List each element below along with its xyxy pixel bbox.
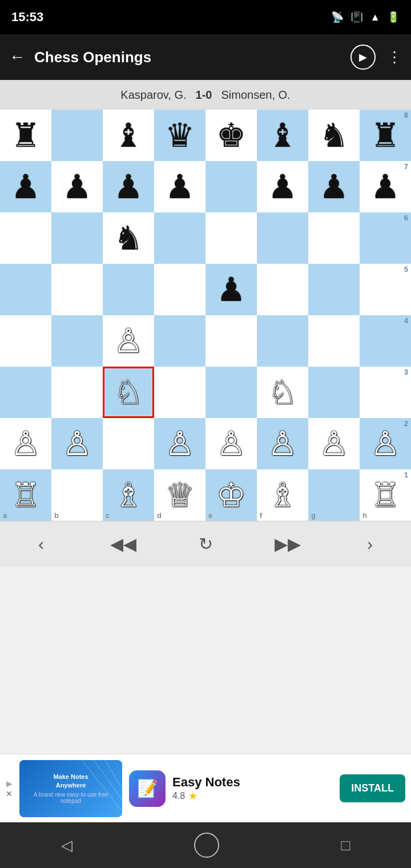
- ad-install-button[interactable]: INSTALL: [340, 774, 405, 802]
- board-cell[interactable]: ♟: [257, 161, 308, 212]
- chess-piece: ♙: [319, 427, 349, 460]
- board-cell[interactable]: [103, 418, 154, 469]
- close-icon: ✕: [6, 789, 13, 798]
- prev-button[interactable]: ◀◀: [100, 527, 146, 561]
- ad-close-button[interactable]: ▶ ✕: [6, 779, 13, 798]
- page-title: Chess Openings: [34, 49, 341, 66]
- board-cell[interactable]: ♗f: [257, 469, 308, 521]
- board-cell[interactable]: 6: [360, 212, 411, 264]
- board-cell[interactable]: ♗c: [103, 469, 154, 521]
- board-cell[interactable]: [51, 212, 103, 264]
- chess-piece: ♟: [216, 273, 246, 306]
- board-cell[interactable]: ♛: [154, 110, 206, 161]
- board-cell[interactable]: [308, 264, 360, 315]
- board-cell[interactable]: 4: [360, 315, 411, 367]
- board-cell[interactable]: ♖1h: [360, 469, 411, 521]
- board-cell[interactable]: ♖a: [0, 469, 51, 521]
- board-cell[interactable]: [308, 212, 360, 264]
- board-cell[interactable]: ♙: [206, 418, 257, 469]
- sys-recents-button[interactable]: □: [341, 837, 350, 854]
- sys-back-button[interactable]: ◁: [61, 837, 72, 854]
- board-cell[interactable]: ♟: [308, 161, 360, 212]
- board-cell[interactable]: ♙: [51, 418, 103, 469]
- board-cell[interactable]: ♟: [0, 161, 51, 212]
- chess-piece: ♛: [165, 119, 195, 152]
- board-cell[interactable]: b: [51, 469, 103, 521]
- board-cell[interactable]: ♜: [0, 110, 51, 161]
- board-cell[interactable]: 5: [360, 264, 411, 315]
- board-cell[interactable]: ♚: [206, 110, 257, 161]
- board-cell[interactable]: ♙: [257, 418, 308, 469]
- board-cell[interactable]: [308, 367, 360, 418]
- board-cell[interactable]: [0, 315, 51, 367]
- board-cell[interactable]: ♝: [257, 110, 308, 161]
- board-cell[interactable]: ♟: [51, 161, 103, 212]
- board-cell[interactable]: ♟: [154, 161, 206, 212]
- play-button[interactable]: ▶: [350, 45, 376, 70]
- board-cell[interactable]: [257, 264, 308, 315]
- board-cell[interactable]: ♔e: [206, 469, 257, 521]
- board-cell[interactable]: ♘: [103, 367, 154, 418]
- board-cell[interactable]: ♘: [257, 367, 308, 418]
- board-cell[interactable]: ♕d: [154, 469, 206, 521]
- board-cell[interactable]: [154, 367, 206, 418]
- board-cell[interactable]: ♟: [206, 264, 257, 315]
- refresh-button[interactable]: ↻: [183, 527, 228, 561]
- board-cell[interactable]: [154, 315, 206, 367]
- board-cell[interactable]: ♙: [154, 418, 206, 469]
- chess-piece: ♟: [165, 170, 195, 203]
- board-cell[interactable]: g: [308, 469, 360, 521]
- board-cell[interactable]: [206, 367, 257, 418]
- file-label: c: [106, 511, 110, 520]
- board-cell[interactable]: [257, 315, 308, 367]
- board-cell[interactable]: ♙2: [360, 418, 411, 469]
- chess-piece: ♟: [11, 170, 41, 203]
- board-cell[interactable]: ♝: [103, 110, 154, 161]
- sys-home-button[interactable]: [194, 833, 219, 858]
- board-cell[interactable]: ♜8: [360, 110, 411, 161]
- board-cell[interactable]: [51, 367, 103, 418]
- next-end-button[interactable]: ›: [347, 527, 393, 561]
- ad-rating: 4.8 ★: [172, 790, 333, 802]
- next-button[interactable]: ▶▶: [265, 527, 311, 561]
- board-cell[interactable]: [206, 315, 257, 367]
- chess-piece: ♞: [319, 119, 349, 152]
- board-cell[interactable]: ♞: [308, 110, 360, 161]
- chess-board[interactable]: ♜♝♛♚♝♞♜8♟♟♟♟♟♟♟7♞6♟5♙4♘♘3♙♙♙♙♙♙♙2♖ab♗c♕d…: [0, 110, 411, 521]
- board-cell[interactable]: [51, 110, 103, 161]
- board-cell[interactable]: [0, 212, 51, 264]
- board-cell[interactable]: [103, 264, 154, 315]
- chess-piece: ♞: [114, 222, 143, 255]
- board-cell[interactable]: ♙: [308, 418, 360, 469]
- board-cell[interactable]: [154, 264, 206, 315]
- chess-piece: ♜: [370, 119, 400, 152]
- file-label: g: [311, 511, 316, 520]
- board-cell[interactable]: ♙: [0, 418, 51, 469]
- board-cell[interactable]: [206, 161, 257, 212]
- board-cell[interactable]: [0, 367, 51, 418]
- board-cell[interactable]: [308, 315, 360, 367]
- prev-icon: ◀◀: [110, 534, 136, 554]
- chess-piece: ♙: [370, 427, 400, 460]
- play-icon: ▶: [359, 51, 367, 63]
- board-cell[interactable]: ♙: [103, 315, 154, 367]
- rank-label: 4: [404, 316, 408, 325]
- board-cell[interactable]: [206, 212, 257, 264]
- prev-start-button[interactable]: ‹: [18, 527, 64, 561]
- board-cell[interactable]: [154, 212, 206, 264]
- board-cell[interactable]: [51, 264, 103, 315]
- chess-piece: ♗: [268, 479, 297, 512]
- board-cell[interactable]: 3: [360, 367, 411, 418]
- back-button[interactable]: ←: [9, 48, 25, 66]
- more-menu-button[interactable]: ⋮: [387, 49, 402, 66]
- board-cell[interactable]: ♞: [103, 212, 154, 264]
- board-cell[interactable]: ♟: [103, 161, 154, 212]
- board-cell[interactable]: ♟7: [360, 161, 411, 212]
- ad-rating-value: 4.8: [172, 791, 185, 801]
- board-cell[interactable]: [0, 264, 51, 315]
- time-label: 15:53: [11, 10, 43, 25]
- file-label: a: [3, 511, 7, 520]
- board-cell[interactable]: [257, 212, 308, 264]
- board-cell[interactable]: [51, 315, 103, 367]
- rank-label: 5: [404, 265, 408, 274]
